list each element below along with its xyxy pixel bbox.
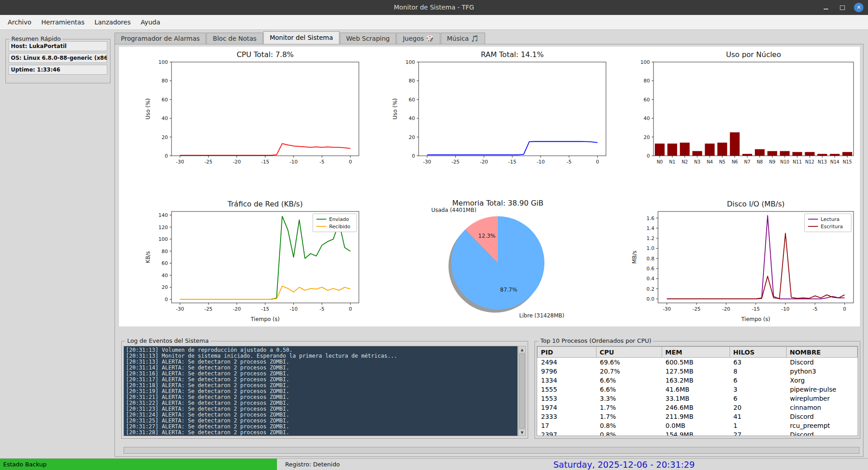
tab-monitor-del-sistema[interactable]: Monitor del Sistema	[263, 31, 339, 44]
log-status-label: Registro: Detenido	[285, 459, 340, 470]
menu-lanzadores[interactable]: Lanzadores	[90, 16, 136, 29]
log-scrollbar[interactable]: ▲ ▼	[518, 346, 526, 436]
table-row[interactable]: 23970.8%154.9MB27Discord	[538, 430, 858, 436]
svg-text:-25: -25	[205, 159, 213, 165]
svg-text:80: 80	[409, 78, 415, 84]
svg-text:20: 20	[644, 134, 650, 140]
svg-text:Tiempo (s): Tiempo (s)	[250, 316, 280, 322]
log-line: [20:31:29] ALERTA: Se detectaron 2 proce…	[126, 436, 515, 436]
svg-text:N11: N11	[793, 159, 802, 164]
svg-text:-15: -15	[752, 306, 760, 312]
svg-text:140: 140	[158, 212, 168, 218]
window-title: Monitor de Sistema - TFG	[0, 0, 868, 15]
table-cell: 127.5MB	[662, 367, 730, 376]
table-cell: 1.7%	[596, 412, 662, 421]
tab-juegos[interactable]: Juegos 🎲	[396, 33, 440, 44]
svg-text:-5: -5	[567, 159, 572, 165]
chart-disk: Disco I/O (MB/s)0.00.20.40.60.81.01.21.4…	[613, 187, 860, 326]
svg-text:40: 40	[644, 115, 650, 121]
svg-text:Uso por Núcleo: Uso por Núcleo	[726, 50, 782, 59]
scroll-up-arrow[interactable]: ▲	[519, 346, 525, 353]
svg-text:Memoria Total: 38.90 GiB: Memoria Total: 38.90 GiB	[452, 199, 544, 207]
svg-text:N4: N4	[707, 159, 713, 164]
table-row[interactable]: 249469.6%600.5MB63Discord	[538, 358, 858, 367]
tab-musica[interactable]: Música 🎵	[441, 33, 485, 44]
close-button[interactable]: ✕	[854, 3, 863, 12]
tab-programador-de-alarmas[interactable]: Programador de Alarmas	[114, 33, 206, 44]
svg-text:-5: -5	[320, 306, 324, 312]
svg-text:N10: N10	[780, 159, 789, 164]
table-cell: 6	[730, 394, 787, 403]
svg-text:1.6: 1.6	[647, 216, 655, 221]
svg-text:80: 80	[162, 249, 168, 254]
tab-bloc-de-notas[interactable]: Bloc de Notas	[206, 33, 263, 44]
svg-text:120: 120	[158, 225, 168, 230]
table-cell: 2397	[538, 430, 596, 436]
svg-text:-15: -15	[508, 159, 516, 165]
svg-text:60: 60	[162, 260, 168, 266]
table-cell: 41	[730, 412, 787, 421]
table-row[interactable]: 979620.7%127.5MB8python3	[538, 367, 858, 376]
svg-text:40: 40	[409, 115, 415, 121]
table-row[interactable]: 15556.6%41.6MB3pipewire-pulse	[538, 385, 858, 394]
table-cell: 6.6%	[596, 376, 662, 385]
svg-text:-5: -5	[320, 159, 324, 165]
minimize-button[interactable]	[821, 3, 830, 12]
column-header-cpu[interactable]: CPU	[596, 347, 662, 358]
chart-ram: RAM Total: 14.1%020406080100-30-25-20-15…	[366, 47, 613, 187]
svg-text:-30: -30	[663, 306, 671, 312]
table-cell: 20.7%	[596, 367, 662, 376]
svg-text:0.8: 0.8	[647, 256, 655, 262]
chart-canvas-network: Tráfico de Red (KB/s)020406080100120140-…	[119, 187, 366, 326]
table-row[interactable]: 19741.7%246.6MB20cinnamon	[538, 403, 858, 412]
column-header-mem[interactable]: MEM	[662, 347, 730, 358]
maximize-button[interactable]	[838, 3, 847, 12]
column-header-hilos[interactable]: HILOS	[730, 347, 787, 358]
svg-text:MB/s: MB/s	[631, 251, 638, 264]
table-row[interactable]: 170.8%0.0MB1rcu_preempt	[538, 421, 858, 430]
svg-text:Libre (31428MB): Libre (31428MB)	[519, 312, 564, 319]
table-cell: 8	[730, 367, 787, 376]
tab-web-scraping[interactable]: Web Scraping	[340, 33, 396, 44]
menu-herramientas[interactable]: Herramientas	[36, 16, 89, 29]
monitor-page: CPU Total: 7.8%020406080100-30-25-20-15-…	[114, 44, 863, 457]
charts-figure: CPU Total: 7.8%020406080100-30-25-20-15-…	[119, 47, 860, 326]
table-cell: pipewire-pulse	[787, 385, 858, 394]
svg-text:87.7%: 87.7%	[500, 287, 517, 293]
scrollbar-thumb[interactable]	[519, 354, 525, 428]
process-header-row: PIDCPUMEMHILOSNOMBRE	[538, 347, 858, 358]
column-header-nombre[interactable]: NOMBRE	[787, 347, 858, 358]
menu-ayuda[interactable]: Ayuda	[136, 16, 165, 29]
table-cell: 154.9MB	[662, 430, 730, 436]
log-text[interactable]: [20:31:13] Volumen de reproducción ajust…	[124, 346, 518, 436]
svg-text:60: 60	[409, 97, 415, 103]
svg-text:N14: N14	[830, 159, 839, 164]
menu-archivo[interactable]: Archivo	[3, 16, 36, 29]
svg-text:100: 100	[158, 236, 168, 242]
table-cell: Xorg	[787, 376, 858, 385]
table-cell: 2333	[538, 412, 596, 421]
minimize-icon	[824, 9, 828, 10]
maximize-icon	[840, 5, 845, 10]
svg-text:-15: -15	[261, 306, 269, 312]
table-cell: 246.6MB	[662, 403, 730, 412]
uptime-label: Uptime: 1:33:46	[9, 65, 107, 75]
svg-text:0: 0	[165, 153, 168, 159]
table-row[interactable]: 23331.7%211.9MB41Discord	[538, 412, 858, 421]
svg-text:N8: N8	[757, 159, 763, 164]
svg-text:40: 40	[162, 115, 168, 121]
svg-text:-5: -5	[813, 306, 818, 312]
column-header-pid[interactable]: PID	[538, 347, 596, 358]
svg-text:N12: N12	[806, 159, 815, 164]
table-cell: 2494	[538, 358, 596, 367]
main-notebook: Programador de Alarmas Bloc de Notas Mon…	[114, 32, 863, 457]
scroll-down-arrow[interactable]: ▼	[519, 429, 525, 436]
svg-text:N3: N3	[694, 159, 701, 164]
datetime-label: Saturday, 2025-12-06 - 20:31:29	[380, 459, 868, 470]
table-cell: 3.3%	[596, 394, 662, 403]
table-row[interactable]: 13346.6%163.2MB6Xorg	[538, 376, 858, 385]
table-row[interactable]: 15533.3%33.1MB6wireplumber	[538, 394, 858, 403]
svg-text:0: 0	[412, 153, 415, 159]
table-cell: 1	[730, 421, 787, 430]
tab-bar: Programador de Alarmas Bloc de Notas Mon…	[114, 32, 863, 44]
